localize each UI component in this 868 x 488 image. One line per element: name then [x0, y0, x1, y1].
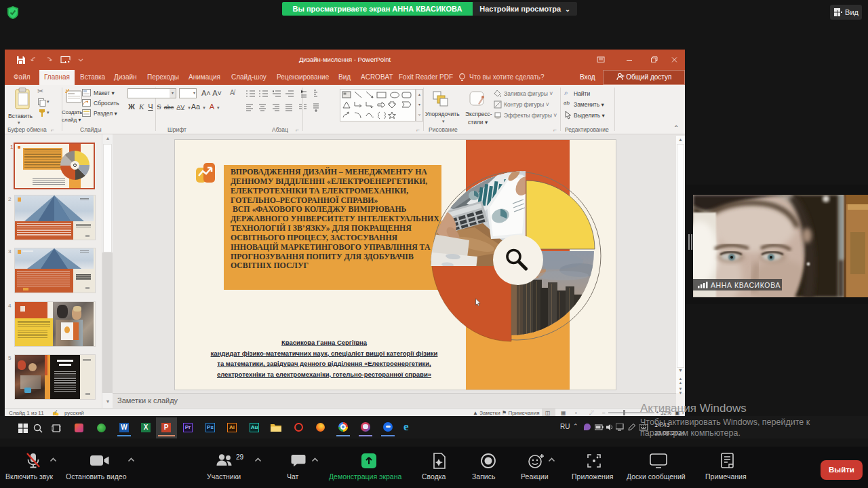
svg-text:АННА КВАСИКОВА: АННА КВАСИКОВА	[711, 281, 781, 289]
